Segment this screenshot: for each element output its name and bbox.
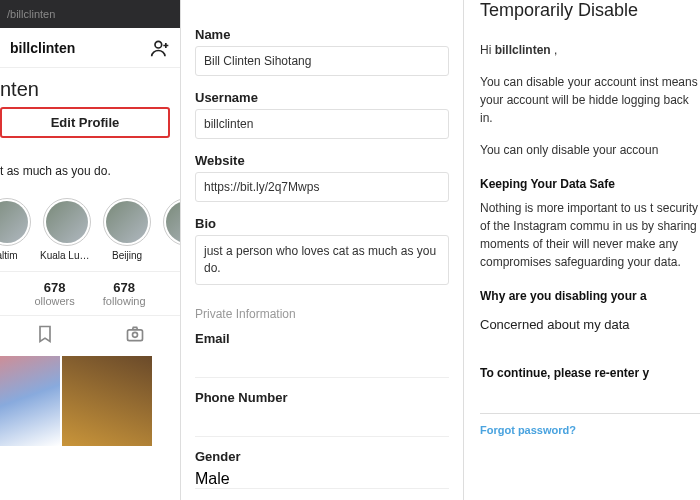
photo-grid [0,356,180,446]
disable-para-1: You can disable your account inst means … [480,73,700,127]
svg-point-2 [133,332,138,337]
followers-stat[interactable]: 678 ollowers [34,280,74,307]
gender-select[interactable]: Male [195,470,449,489]
story-label: Beijing [112,250,142,261]
gender-label: Gender [195,449,449,464]
story-highlight[interactable]: altim [0,198,34,261]
display-name: nten [0,68,180,107]
followers-count: 678 [34,280,74,295]
website-label: Website [195,153,449,168]
story-highlight[interactable]: Pa [160,198,181,261]
private-info-section: Private Information [195,299,449,331]
story-label: Kuala Lum... [40,250,94,261]
followers-label: ollowers [34,295,74,307]
story-label: altim [0,250,18,261]
why-disabling-label: Why are you disabling your a [480,289,700,303]
story-highlights-row: altim Kuala Lum... Beijing Pa [0,192,180,271]
username-input[interactable]: billclinten [195,109,449,139]
add-person-icon[interactable] [150,38,170,58]
photo-thumbnail[interactable] [0,356,60,446]
reenter-password-label: To continue, please re-enter y [480,366,700,380]
email-input[interactable] [195,352,449,378]
name-label: Name [195,27,449,42]
profile-bio-snippet: t as much as you do. [0,138,180,192]
disable-title: Temporarily Disable [480,0,700,21]
disable-para-3: Nothing is more important to us t securi… [480,199,700,271]
phone-label: Phone Number [195,390,449,405]
svg-point-0 [155,41,162,48]
photo-thumbnail[interactable] [62,356,152,446]
following-label: following [103,295,146,307]
disable-greeting: Hi billclinten , [480,41,700,59]
profile-username-top: billclinten [10,40,75,56]
website-input[interactable]: https://bit.ly/2q7Mwps [195,172,449,202]
forgot-password-link[interactable]: Forgot password? [480,424,700,436]
story-highlight[interactable]: Beijing [100,198,154,261]
bio-label: Bio [195,216,449,231]
name-input[interactable]: Bill Clinten Sihotang [195,46,449,76]
following-count: 678 [103,280,146,295]
camera-tab-icon[interactable] [125,324,145,348]
browser-url-bar[interactable]: /billclinten [0,0,180,28]
password-input[interactable] [480,388,700,414]
disable-reason-select[interactable]: Concerned about my data [480,317,630,332]
url-path: /billclinten [7,8,55,20]
svg-rect-1 [128,330,143,341]
edit-profile-button[interactable]: Edit Profile [0,107,170,138]
story-highlight[interactable]: Kuala Lum... [40,198,94,261]
keeping-data-safe-heading: Keeping Your Data Safe [480,177,700,191]
following-stat[interactable]: 678 following [103,280,146,307]
bio-input[interactable]: just a person who loves cat as much as y… [195,235,449,285]
email-label: Email [195,331,449,346]
disable-para-2: You can only disable your accoun [480,141,700,159]
username-label: Username [195,90,449,105]
bookmark-tab-icon[interactable] [35,324,55,348]
phone-input[interactable] [195,411,449,437]
